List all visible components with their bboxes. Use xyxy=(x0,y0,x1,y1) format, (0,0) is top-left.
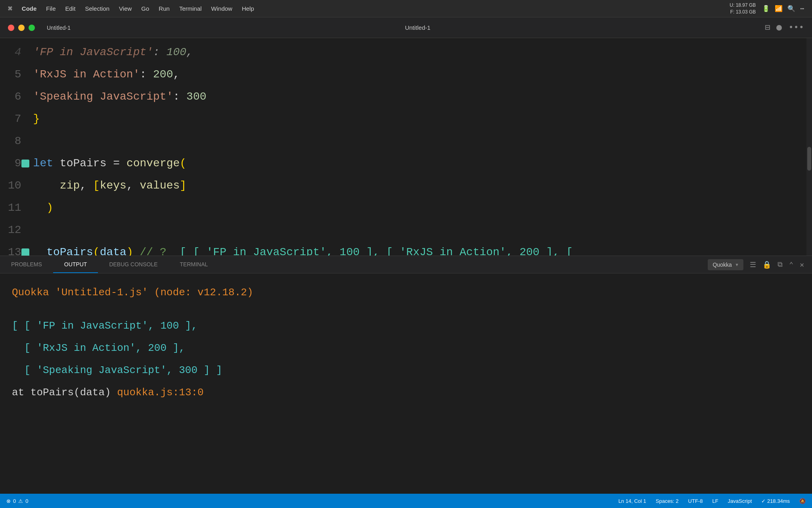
menu-help[interactable]: Help xyxy=(242,5,254,12)
output-at-text: at toPairs(data) xyxy=(12,387,117,398)
menu-window[interactable]: Window xyxy=(211,5,232,12)
code-line-12 xyxy=(33,219,804,241)
wifi-icon: 📶 xyxy=(775,5,783,13)
menu-view[interactable]: View xyxy=(119,5,132,12)
warning-number: 0 xyxy=(25,498,28,504)
lock-icon[interactable]: 🔒 xyxy=(762,260,771,269)
apple-icon[interactable]: ⌘ xyxy=(8,4,12,13)
source-dropdown[interactable]: Quokka ▾ xyxy=(708,259,743,270)
panel-tab-actions: Quokka ▾ ☰ 🔒 ⧉ ⌃ ✕ xyxy=(708,259,812,270)
line-num-5: 5 xyxy=(8,64,21,86)
menu-selection[interactable]: Selection xyxy=(85,5,109,12)
error-number: 0 xyxy=(13,498,16,504)
line-num-13: 13 xyxy=(8,241,21,256)
output-line-3: [ 'Speaking JavaScript', 300 ] ] xyxy=(12,359,800,381)
output-header: Quokka 'Untitled-1.js' (node: v12.18.2) xyxy=(12,281,800,304)
code-line-4: 'FP in JavaScript': 100, xyxy=(33,41,804,64)
menu-terminal[interactable]: Terminal xyxy=(179,5,202,12)
statusbar-right: Ln 14, Col 1 Spaces: 2 UTF-8 LF JavaScri… xyxy=(619,498,806,504)
dropdown-label: Quokka xyxy=(712,262,732,268)
sys-icons: 🔋 📶 🔍 ⋯ xyxy=(762,5,804,13)
sys-info: U: 18.97 GB F: 13.03 GB xyxy=(730,2,756,15)
mac-menubar: ⌘ Code File Edit Selection View Go Run T… xyxy=(0,0,812,17)
menubar-left: ⌘ Code File Edit Selection View Go Run T… xyxy=(8,4,254,13)
tab-terminal[interactable]: TERMINAL xyxy=(169,256,219,273)
indentation[interactable]: Spaces: 2 xyxy=(656,498,679,504)
error-count[interactable]: ⊗ 0 ⚠ 0 xyxy=(6,498,28,504)
warning-icon: ⚠ xyxy=(18,498,23,504)
tab-output[interactable]: OUTPUT xyxy=(53,256,98,273)
close-button[interactable] xyxy=(8,25,14,31)
code-line-7: } xyxy=(33,108,804,130)
scroll-thumb[interactable] xyxy=(807,147,811,171)
panel-area: PROBLEMS OUTPUT DEBUG CONSOLE TERMINAL Q… xyxy=(0,256,812,412)
tab-filename: Untitled-1 xyxy=(47,25,71,31)
collapse-panel-icon[interactable]: ⌃ xyxy=(789,260,793,269)
encoding[interactable]: UTF-8 xyxy=(688,498,703,504)
window-controls: Untitled-1 xyxy=(8,25,71,31)
titlebar: Untitled-1 Untitled-1 ⊟ ••• xyxy=(0,17,812,38)
line-num-7: 7 xyxy=(8,108,21,130)
code-lines: 'FP in JavaScript': 100, 'RxJS in Action… xyxy=(33,41,812,256)
more-options-icon[interactable]: ••• xyxy=(788,23,804,33)
code-line-10: zip, [keys, values] xyxy=(33,175,804,197)
menu-edit[interactable]: Edit xyxy=(65,5,76,12)
line-num-4: 4 xyxy=(8,41,21,64)
menubar-right: U: 18.97 GB F: 13.03 GB 🔋 📶 🔍 ⋯ xyxy=(730,2,804,15)
line-ending[interactable]: LF xyxy=(712,498,718,504)
code-line-8 xyxy=(33,130,804,152)
titlebar-actions: ⊟ ••• xyxy=(765,22,804,33)
menu-go[interactable]: Go xyxy=(141,5,149,12)
minimize-button[interactable] xyxy=(18,25,25,31)
output-at-line: at toPairs(data) quokka.js:13:0 xyxy=(12,381,800,404)
panel-tabbar: PROBLEMS OUTPUT DEBUG CONSOLE TERMINAL Q… xyxy=(0,256,812,273)
split-editor-icon[interactable]: ⊟ xyxy=(765,22,770,33)
output-link[interactable]: quokka.js:13:0 xyxy=(117,387,203,398)
line-13-indicator xyxy=(21,248,29,256)
tab-debug-console[interactable]: DEBUG CONSOLE xyxy=(98,256,169,273)
window-title: Untitled-1 xyxy=(405,24,430,31)
code-line-9: let toPairs = converge( xyxy=(33,152,804,175)
editor-area: 4 5 6 7 8 9 10 11 12 13 'FP in JavaScrip… xyxy=(0,38,812,256)
line-num-6: 6 xyxy=(8,86,21,108)
line-num-8: 8 xyxy=(8,130,21,152)
line-num-10: 10 xyxy=(8,175,21,197)
output-line-1: [ [ 'FP in JavaScript', 100 ], xyxy=(12,315,800,337)
line-num-12: 12 xyxy=(8,219,21,241)
notification-bell-icon[interactable]: 🔕 xyxy=(799,498,806,504)
error-icon: ⊗ xyxy=(6,498,11,504)
statusbar-left: ⊗ 0 ⚠ 0 xyxy=(6,498,28,504)
menu-file[interactable]: File xyxy=(46,5,56,12)
editor-scrollbar[interactable] xyxy=(806,38,812,256)
panel-content: Quokka 'Untitled-1.js' (node: v12.18.2) … xyxy=(0,273,812,412)
menu-code[interactable]: Code xyxy=(22,5,37,12)
code-container: 4 5 6 7 8 9 10 11 12 13 'FP in JavaScrip… xyxy=(0,38,812,256)
line-num-9: 9 xyxy=(8,152,21,175)
maximize-button[interactable] xyxy=(29,25,35,31)
code-line-5: 'RxJS in Action': 200, xyxy=(33,64,804,86)
language-mode[interactable]: JavaScript xyxy=(728,498,752,504)
close-panel-icon[interactable]: ✕ xyxy=(800,260,804,269)
quokka-time[interactable]: ✓ 218.34ms xyxy=(761,498,790,504)
menu-run[interactable]: Run xyxy=(159,5,170,12)
circle-icon xyxy=(776,25,782,31)
tab-problems[interactable]: PROBLEMS xyxy=(0,256,53,273)
list-view-icon[interactable]: ☰ xyxy=(750,260,756,269)
cursor-position[interactable]: Ln 14, Col 1 xyxy=(619,498,646,504)
code-line-6: 'Speaking JavaScript': 300 xyxy=(33,86,804,108)
code-line-13: toPairs(data) // ? [ [ 'FP in JavaScript… xyxy=(33,241,804,256)
statusbar: ⊗ 0 ⚠ 0 Ln 14, Col 1 Spaces: 2 UTF-8 LF … xyxy=(0,494,812,508)
line-num-11: 11 xyxy=(8,197,21,219)
spotlight-icon: 🔍 xyxy=(787,5,795,13)
dropdown-chevron-icon: ▾ xyxy=(735,261,739,269)
panel-tabs: PROBLEMS OUTPUT DEBUG CONSOLE TERMINAL xyxy=(0,256,219,273)
line-numbers: 4 5 6 7 8 9 10 11 12 13 xyxy=(0,41,33,256)
copy-icon[interactable]: ⧉ xyxy=(778,261,783,269)
notification-icon: ⋯ xyxy=(800,5,804,13)
battery-icon: 🔋 xyxy=(762,5,770,13)
output-line-2: [ 'RxJS in Action', 200 ], xyxy=(12,337,800,359)
code-line-11: ) xyxy=(33,197,804,219)
line-9-indicator xyxy=(21,160,29,167)
